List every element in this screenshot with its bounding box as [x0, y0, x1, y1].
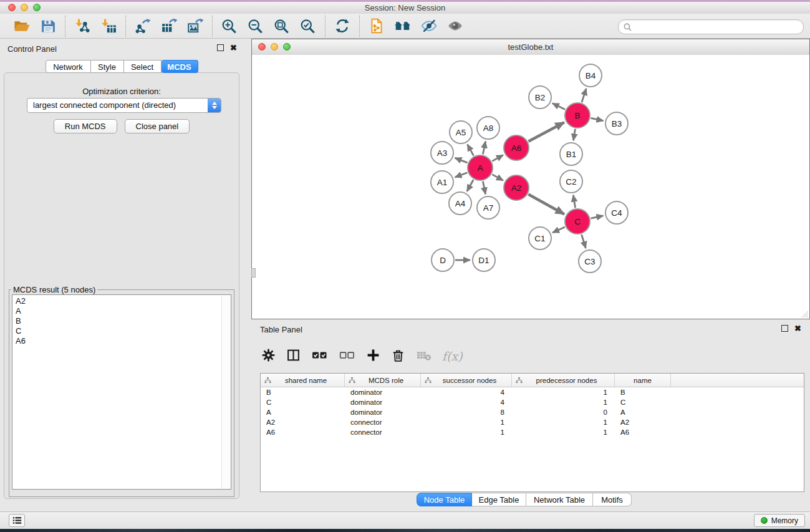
edge-A-A7[interactable] [483, 181, 485, 195]
cell[interactable]: A2 [615, 418, 671, 426]
node-A3[interactable]: A3 [431, 142, 453, 164]
split-divider-grip[interactable] [251, 268, 256, 278]
edge-A2-C[interactable] [528, 195, 564, 215]
column-header-predecessor-nodes[interactable]: predecessor nodes [512, 374, 615, 387]
cell[interactable]: B [261, 389, 345, 396]
save-session-button[interactable] [37, 16, 59, 37]
node-B3[interactable]: B3 [605, 112, 628, 135]
node-B[interactable]: B [565, 103, 590, 128]
home-button[interactable] [392, 16, 414, 37]
cell[interactable]: connector [345, 428, 421, 436]
cell[interactable]: 4 [421, 399, 512, 406]
cell[interactable]: dominator [345, 399, 421, 406]
memory-button[interactable]: Memory [754, 514, 805, 527]
delete-table-button[interactable] [416, 348, 432, 364]
tab-style[interactable]: Style [91, 60, 124, 73]
mcds-result-item[interactable]: B [16, 316, 231, 326]
zoom-fit-button[interactable] [271, 16, 293, 37]
cell[interactable]: A [615, 409, 671, 416]
network-canvas[interactable]: AA1A2A3A4A5A6A7A8BB1B2B3B4CC1C2C3C4DD1 [252, 55, 809, 319]
export-network-button[interactable] [132, 16, 154, 37]
node-C1[interactable]: C1 [529, 227, 551, 249]
node-A1[interactable]: A1 [431, 171, 453, 193]
float-table-panel-icon[interactable] [781, 325, 788, 332]
edge-A-A5[interactable] [468, 144, 474, 155]
node-A[interactable]: A [468, 155, 493, 180]
node-A4[interactable]: A4 [449, 192, 471, 215]
table-row[interactable]: Cdominator41C [261, 397, 804, 407]
zoom-selected-button[interactable] [297, 16, 319, 37]
node-A7[interactable]: A7 [477, 196, 499, 219]
node-B4[interactable]: B4 [579, 64, 602, 87]
edge-B-B4[interactable] [582, 89, 586, 102]
tab-motifs[interactable]: Motifs [593, 493, 632, 506]
task-history-button[interactable] [9, 514, 25, 527]
cell[interactable]: A2 [261, 418, 345, 426]
zoom-out-button[interactable] [244, 16, 267, 37]
column-header-shared-name[interactable]: shared name [261, 374, 345, 387]
delete-column-button[interactable] [391, 348, 405, 364]
node-B2[interactable]: B2 [529, 86, 551, 109]
edge-B-B1[interactable] [574, 129, 576, 141]
tab-network[interactable]: Network [46, 60, 91, 73]
tab-select[interactable]: Select [124, 60, 162, 73]
edge-B-B2[interactable] [552, 104, 565, 110]
resize-grip-icon[interactable] [801, 311, 809, 318]
cell[interactable]: C [615, 399, 671, 406]
cell[interactable]: 1 [512, 399, 615, 406]
cell[interactable]: 0 [512, 409, 615, 416]
add-column-button[interactable] [366, 348, 380, 364]
cell[interactable]: 4 [421, 389, 512, 396]
cell[interactable]: 8 [421, 409, 512, 416]
node-D1[interactable]: D1 [473, 249, 495, 271]
toggle-columns-button[interactable] [286, 348, 301, 364]
column-header-name[interactable]: name [615, 374, 671, 387]
node-C[interactable]: C [565, 209, 590, 234]
hide-selected-button[interactable] [418, 16, 440, 37]
show-hidden-button[interactable] [444, 16, 466, 37]
refresh-layout-button[interactable] [331, 16, 354, 37]
search-box[interactable] [618, 19, 804, 34]
node-A6[interactable]: A6 [504, 135, 529, 160]
cell[interactable]: A6 [615, 428, 671, 436]
cell[interactable]: B [615, 389, 671, 396]
cell[interactable]: A [261, 409, 345, 416]
tab-node-table[interactable]: Node Table [417, 493, 472, 506]
node-A8[interactable]: A8 [477, 117, 499, 139]
cell[interactable]: 1 [512, 428, 615, 436]
tab-mcds[interactable]: MCDS [162, 60, 198, 73]
network-window-titlebar[interactable]: testGlobe.txt [252, 39, 809, 56]
edge-C-C2[interactable] [573, 195, 575, 208]
cell[interactable]: connector [345, 418, 421, 426]
tab-network-table[interactable]: Network Table [526, 493, 593, 506]
run-mcds-button[interactable]: Run MCDS [54, 119, 117, 133]
node-C3[interactable]: C3 [579, 250, 601, 273]
network-document-button[interactable] [365, 16, 388, 37]
cell[interactable]: 1 [512, 418, 615, 426]
table-row[interactable]: Bdominator41B [261, 387, 804, 397]
close-panel-button[interactable]: Close panel [125, 119, 190, 133]
cell[interactable]: C [261, 399, 345, 406]
close-panel-icon[interactable]: ✖ [230, 44, 237, 51]
edge-C-C1[interactable] [552, 227, 565, 233]
mcds-list-scrollbar[interactable] [221, 296, 230, 488]
float-panel-icon[interactable] [217, 44, 224, 51]
criterion-select[interactable]: largest connected component (directed) [27, 98, 221, 113]
node-C4[interactable]: C4 [605, 201, 628, 224]
cell[interactable]: dominator [345, 389, 421, 396]
mcds-result-item[interactable]: A2 [16, 296, 231, 306]
table-row[interactable]: A6connector11A6 [261, 427, 804, 437]
import-table-button[interactable] [97, 16, 120, 37]
edge-C-C4[interactable] [591, 216, 604, 218]
settings-gear-button[interactable] [261, 348, 276, 364]
import-network-button[interactable] [71, 16, 94, 37]
cell[interactable]: 1 [421, 418, 512, 426]
mcds-result-item[interactable]: C [16, 326, 231, 336]
edge-A-A4[interactable] [467, 180, 473, 191]
select-all-checks-button[interactable] [311, 348, 328, 364]
node-C2[interactable]: C2 [560, 170, 582, 193]
cell[interactable]: A6 [261, 428, 345, 436]
table-row[interactable]: A2connector11A2 [261, 417, 804, 427]
node-A5[interactable]: A5 [450, 121, 472, 143]
edge-B-B3[interactable] [591, 118, 604, 120]
